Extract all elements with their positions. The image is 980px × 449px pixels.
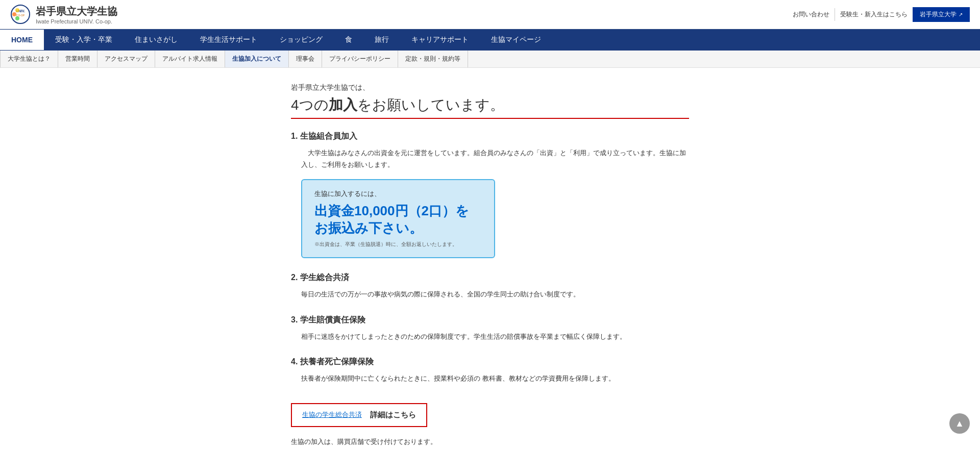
subnav-board[interactable]: 理事会 [289,51,322,67]
scroll-to-top-button[interactable]: ▲ [949,413,970,434]
logo-subtitle: Iwate Prefectural UNIV. Co-op. [36,18,117,24]
external-link-icon: ↗ [959,12,963,17]
section4-title: 4. 扶養者死亡保障保険 [291,357,689,367]
subnav-privacy[interactable]: プライバシーポリシー [322,51,398,67]
page-heading: 4つの加入をお願いしています。 [291,95,689,115]
header-right: お問い合わせ 受験生・新入生はこちら 岩手県立大学 ↗ [788,7,970,22]
logo-area: UNIV. CO-OP 岩手県立大学生協 Iwate Prefectural U… [10,4,117,24]
section1-title: 1. 生協組合員加入 [291,131,689,142]
subnav-about[interactable]: 大学生協とは？ [0,51,58,67]
blue-box-title: 生協に加入するには、 [314,189,482,198]
section3-body: 相手に迷惑をかけてしまったときのための保障制度です。学生生活の賠償事故を卒業まで… [291,331,689,342]
section-death-benefit: 4. 扶養者死亡保障保険 扶養者が保険期間中に亡くなられたときに、授業料や必須の… [291,357,689,384]
section4-body: 扶養者が保険期間中に亡くなられたときに、授業料や必須の 教科書、教材などの学資費… [291,372,689,384]
nav-home[interactable]: HOME [0,30,44,50]
subnav-access[interactable]: アクセスマップ [97,51,155,67]
subnav-hours[interactable]: 営業時間 [58,51,97,67]
subnav-membership[interactable]: 生協加入について [225,51,289,67]
logo-text: 岩手県立大学生協 Iwate Prefectural UNIV. Co-op. [36,5,117,24]
blue-box-amount: 出資金10,000円（2口）をお振込み下さい。 [314,203,482,237]
subnav-jobs[interactable]: アルバイト求人情報 [155,51,225,67]
heading-divider [291,118,689,119]
nav-travel[interactable]: 旅行 [363,29,400,51]
scroll-top-icon: ▲ [955,418,964,429]
heading-part1: 4つの加入をお願いしています。 [291,97,504,113]
site-header: UNIV. CO-OP 岩手県立大学生協 Iwate Prefectural U… [0,0,980,29]
nav-mypage[interactable]: 生協マイページ [480,29,552,51]
svg-point-4 [15,8,19,12]
main-navigation: HOME 受験・入学・卒業 住まいさがし 学生生活サポート ショッピング 食 旅… [0,29,980,51]
subnav-rules[interactable]: 定款・規則・規約等 [398,51,468,67]
intro-text: 岩手県立大学生協では、 [291,83,689,92]
section3-title: 3. 学生賠償責任保険 [291,315,689,326]
svg-point-5 [15,16,19,20]
section2-body: 毎日の生活での万が一の事故や病気の際に保障される、全国の学生同士の助け合い制度で… [291,288,689,300]
section2-number: 2. [291,273,300,282]
contact-link[interactable]: お問い合わせ [788,8,835,21]
main-content: 岩手県立大学生協では、 4つの加入をお願いしています。 1. 生協組合員加入 大… [281,83,699,449]
iwate-univ-button[interactable]: 岩手県立大学 ↗ [913,7,970,22]
nav-shopping[interactable]: ショッピング [268,29,334,51]
nav-food[interactable]: 食 [334,29,363,51]
mutual-aid-link[interactable]: 生協の学生総合共済 [302,410,362,419]
nav-career[interactable]: キャリアサポート [400,29,480,51]
section-membership: 1. 生協組合員加入 大学生協はみなさんの出資金を元に運営をしています。組合員の… [291,131,689,258]
logo-title: 岩手県立大学生協 [36,5,117,18]
blue-box-note: ※出資金は、卒業（生協脱退）時に、全額お返しいたします。 [314,241,482,248]
nav-housing[interactable]: 住まいさがし [124,29,189,51]
freshman-link[interactable]: 受験生・新入生はこちら [835,8,913,21]
nav-student-support[interactable]: 学生生活サポート [189,29,268,51]
section1-number: 1. [291,132,300,140]
section-liability-insurance: 3. 学生賠償責任保険 相手に迷惑をかけてしまったときのための保障制度です。学生… [291,315,689,342]
store-text: 生協の加入は、購買店舗で受け付けております。 [291,437,689,446]
section-mutual-aid: 2. 学生総合共済 毎日の生活での万が一の事故や病気の際に保障される、全国の学生… [291,272,689,300]
svg-point-3 [12,12,16,16]
detail-link[interactable]: 詳細はこちら [370,410,416,420]
section4-number: 4. [291,357,300,366]
iwate-univ-label: 岩手県立大学 [920,10,957,19]
logo-icon: UNIV. CO-OP [10,4,31,24]
mutual-aid-link-box: 生協の学生総合共済 詳細はこちら [291,403,427,427]
section2-title: 2. 学生総合共済 [291,272,689,283]
sub-navigation: 大学生協とは？ 営業時間 アクセスマップ アルバイト求人情報 生協加入について … [0,51,980,68]
nav-admission[interactable]: 受験・入学・卒業 [44,29,124,51]
section3-number: 3. [291,315,300,324]
section1-body: 大学生協はみなさんの出資金を元に運営をしています。組合員のみなさんの「出資」と「… [291,147,689,171]
deposit-info-box: 生協に加入するには、 出資金10,000円（2口）をお振込み下さい。 ※出資金は… [301,179,495,259]
